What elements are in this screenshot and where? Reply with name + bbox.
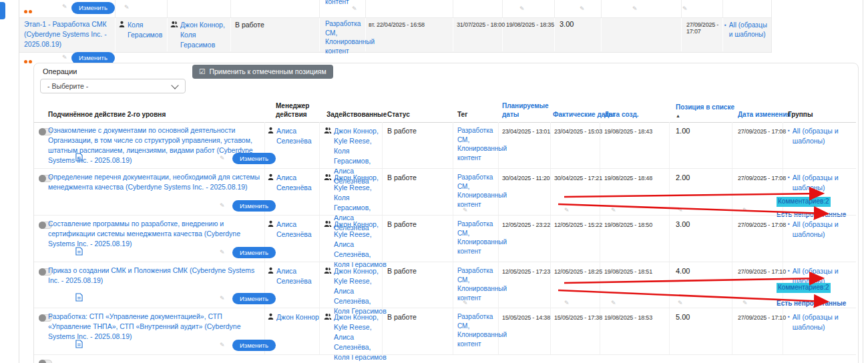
edit-pencil-icon[interactable]: ✎ [632,6,638,12]
comments-badge: Комментариев:2 [777,283,831,293]
manager-link[interactable]: Алиса Селезнёва [267,173,320,193]
group-link[interactable]: ▪ All (образцы и шаблоны) [788,173,857,193]
column-separator [554,18,555,51]
group-link[interactable]: ▪ All (образцы и шаблоны) [788,126,857,146]
header-planned-sort[interactable]: Планируемые даты [502,101,546,119]
unread-comments-note: Есть непрочитанные [777,300,846,307]
manager-link[interactable]: Джон Коннор [267,312,320,322]
group-link[interactable]: ▪ All (образцы и шаблоны) [788,312,857,332]
action-link[interactable]: Разработка: СТП «Управление документацие… [48,312,263,342]
edit-button[interactable]: Изменить [71,52,115,64]
edit-button[interactable]: Изменить [232,293,276,305]
edit-pencil-icon[interactable]: ✎ [742,300,748,306]
actual-date: 12/05/2025 - 18:25 [554,268,602,275]
edit-pencil-icon[interactable]: ✎ [564,208,570,214]
people-icon [324,313,332,320]
edit-pencil-icon[interactable]: ✎ [220,342,225,348]
edit-button[interactable]: Изменить [71,2,115,14]
edit-pencil-icon[interactable]: ✎ [352,6,357,12]
created-date: 19/08/2025 - 18:48 [604,175,652,182]
person-icon [267,267,274,274]
edit-pencil-icon[interactable]: ✎ [124,5,130,11]
header-created-sort[interactable]: Дата созд. [604,110,639,119]
edit-pencil-icon[interactable]: ✎ [220,203,225,209]
edit-button[interactable]: Изменить [232,200,276,212]
edit-pencil-icon[interactable]: ✎ [611,208,616,214]
actual-date: 15/05/2025 - 17:38 [554,314,602,321]
attachment-icon[interactable] [75,246,83,258]
stage-involved[interactable]: Джон Коннор, Коля Герасимов [170,20,230,50]
column-separator [554,0,555,17]
header-status: Статус [387,110,410,119]
edit-pencil-icon[interactable]: ✎ [463,300,468,306]
people-icon [324,173,332,181]
edit-button[interactable]: Изменить [232,153,276,165]
edit-pencil-icon[interactable]: ✎ [742,208,748,214]
header-position-sort[interactable]: Позиция в списке ▲ [676,103,734,119]
people-icon [324,220,332,228]
sort-asc-icon: ▲ [676,113,734,119]
table-row: Ознакомление с документами по основной д… [34,122,856,168]
group-link[interactable]: ▪ All (образцы и шаблоны) [788,220,857,240]
edit-pencil-icon[interactable]: ✎ [682,6,688,12]
edit-pencil-icon[interactable]: ✎ [611,300,616,306]
apply-to-selected-button[interactable]: ☑ Применить к отмеченным позициям [192,65,333,79]
edit-pencil-icon[interactable]: ✎ [220,296,225,302]
column-separator [601,0,602,17]
action-link[interactable]: Определение перечня документации, необхо… [48,172,263,192]
edit-pencil-icon[interactable]: ✎ [463,208,468,214]
column-separator [453,0,453,17]
edit-button[interactable]: Изменить [232,247,276,259]
header-groups: Группы [788,110,813,119]
chevron-down-icon [171,81,178,89]
table-row: Определение перечня документации, необхо… [34,168,856,216]
position-value: 5.00 [676,313,690,321]
attachment-icon[interactable] [75,292,83,304]
column-separator [681,18,682,51]
bullet-icon: ▪ [788,312,790,322]
action-link[interactable]: Составление программы по разработке, вне… [48,219,263,249]
stage-title-link[interactable]: Этап-1 - Разработка СМК (Cyberdyne Syste… [24,19,114,49]
tag-link[interactable]: Разработка СМ, Клонированный контент [457,266,504,302]
action-link[interactable]: Приказ о создании СМК и Положения СМК (C… [48,266,263,286]
edit-pencil-icon[interactable]: ✎ [62,4,67,10]
status-text: В работе [387,126,446,136]
stage-tag-link[interactable]: Разработка СМ, Клонированный контент [325,19,367,55]
sidebar-edge[interactable] [0,2,5,19]
row-select-toggle[interactable] [39,360,52,363]
manager-link[interactable]: Алиса Селезнёва [267,126,320,146]
tag-link[interactable]: Разработка СМ, Клонированный контент [457,173,504,209]
manager-link[interactable]: Алиса Селезнёва [267,220,320,240]
edit-pencil-icon[interactable]: ✎ [220,250,225,256]
header-involved: Задействованные [327,110,387,119]
header-modified-sort[interactable]: Дата изменения [738,110,791,119]
stage-created-date: 19/08/2025 - 18:35 [506,21,554,28]
column-separator [167,0,168,17]
tag-link[interactable]: Разработка СМ, Клонированный контент [457,126,504,162]
column-separator [230,18,231,51]
bullet-icon: ▪ [788,126,790,135]
stage-group-link[interactable]: ▪ All (образцы и шаблоны) [724,21,771,39]
edit-pencil-icon[interactable]: ✎ [678,208,683,214]
column-separator [115,0,116,17]
column-separator [681,0,682,17]
edit-pencil-icon[interactable]: ✎ [220,155,225,161]
stage-manager[interactable]: Коля Герасимов [118,20,169,40]
column-separator [365,0,366,17]
manager-link[interactable]: Алиса Селезнёва [267,266,320,286]
attachment-icon[interactable] [75,339,83,351]
operations-select[interactable]: - Выберите - [40,79,186,93]
table-header: Подчинённое действие 2-го уровня Менедже… [34,97,856,123]
edit-pencil-icon[interactable]: ✎ [580,6,585,12]
tag-link[interactable]: Разработка СМ, Клонированный контент [457,220,504,256]
edit-pencil-icon[interactable]: ✎ [564,300,570,306]
attachment-icon[interactable] [75,152,83,164]
edit-pencil-icon[interactable]: ✎ [62,55,67,61]
tag-link[interactable]: Разработка СМ, Клонированный контент [457,312,504,348]
column-separator [230,0,231,17]
edit-pencil-icon[interactable]: ✎ [519,6,525,12]
edit-button[interactable]: Изменить [232,340,276,352]
created-date: 19/08/2025 - 18:53 [604,314,652,321]
edit-pencil-icon[interactable]: ✎ [678,300,683,306]
modified-date: 27/09/2025 - 17:08 [738,175,786,182]
